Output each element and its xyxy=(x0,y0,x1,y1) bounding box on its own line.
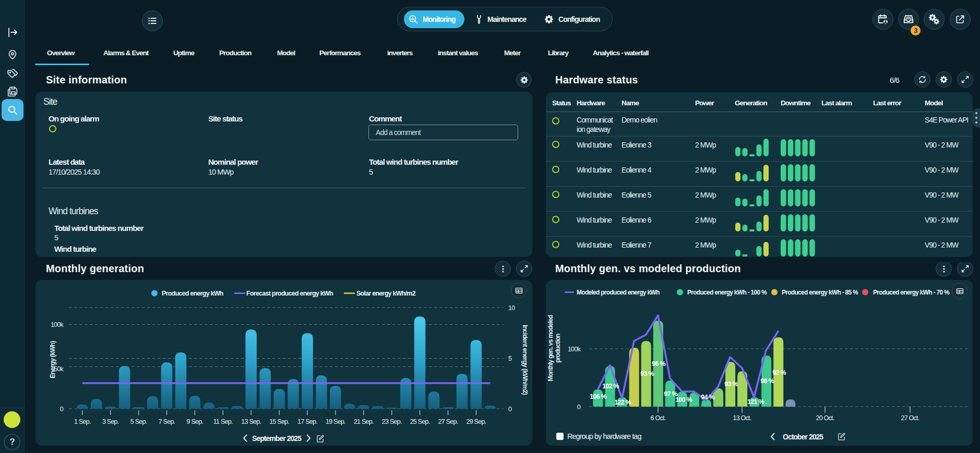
svg-text:0: 0 xyxy=(577,403,581,411)
svg-text:Produced energy kWh - 70 %: Produced energy kWh - 70 % xyxy=(873,289,950,296)
svg-text:5: 5 xyxy=(508,355,512,362)
svg-text:Monthly gen. vs modeledproduct: Monthly gen. vs modeledproduction xyxy=(547,315,561,381)
svg-text:21 Sep.: 21 Sep. xyxy=(354,418,374,425)
svg-text:Produced energy kWh: Produced energy kWh xyxy=(162,290,223,297)
svg-text:6 Oct.: 6 Oct. xyxy=(651,414,666,422)
svg-text:13 Oct.: 13 Oct. xyxy=(733,414,751,422)
svg-text:121 %: 121 % xyxy=(747,398,764,406)
svg-text:10: 10 xyxy=(508,304,515,312)
svg-text:23 Sep.: 23 Sep. xyxy=(382,418,402,425)
svg-text:102 %: 102 % xyxy=(602,383,619,390)
svg-text:9 Sep.: 9 Sep. xyxy=(187,418,204,425)
svg-text:13 Sep.: 13 Sep. xyxy=(241,418,261,425)
svg-text:Incident energy (kWh/m2): Incident energy (kWh/m2) xyxy=(521,325,529,395)
svg-text:25 Sep.: 25 Sep. xyxy=(410,418,430,425)
svg-text:3 Sep.: 3 Sep. xyxy=(102,418,119,425)
svg-text:17 Sep.: 17 Sep. xyxy=(297,418,317,425)
svg-text:0: 0 xyxy=(60,406,64,413)
svg-text:Energy (kWh): Energy (kWh) xyxy=(49,341,56,378)
svg-text:27 Sep.: 27 Sep. xyxy=(438,418,458,425)
svg-text:100 %: 100 % xyxy=(675,396,692,403)
svg-text:11 Sep.: 11 Sep. xyxy=(213,418,233,425)
svg-text:0: 0 xyxy=(508,406,512,413)
svg-text:1 Sep.: 1 Sep. xyxy=(74,418,91,425)
svg-text:19 Sep.: 19 Sep. xyxy=(326,418,345,425)
svg-text:29 Sep.: 29 Sep. xyxy=(466,418,486,425)
svg-text:Modeled produced energy kWh: Modeled produced energy kWh xyxy=(577,289,660,296)
svg-text:93 %: 93 % xyxy=(724,381,738,388)
svg-text:20 Oct.: 20 Oct. xyxy=(816,414,834,422)
svg-text:100k: 100k xyxy=(568,346,581,353)
svg-text:100k: 100k xyxy=(51,321,64,328)
svg-text:96 %: 96 % xyxy=(652,360,665,368)
svg-text:Produced energy kWh - 100 %: Produced energy kWh - 100 % xyxy=(687,289,767,296)
svg-text:106 %: 106 % xyxy=(590,393,606,400)
svg-text:93 %: 93 % xyxy=(640,370,654,377)
svg-text:Produced energy kWh - 85 %: Produced energy kWh - 85 % xyxy=(782,289,858,296)
svg-text:7 Sep.: 7 Sep. xyxy=(159,418,175,425)
svg-text:Forecast produced energy kWh: Forecast produced energy kWh xyxy=(246,290,333,297)
svg-text:122 %: 122 % xyxy=(614,399,631,406)
svg-text:94 %: 94 % xyxy=(701,394,714,401)
svg-text:27 Oct.: 27 Oct. xyxy=(901,414,919,422)
svg-text:15 Sep.: 15 Sep. xyxy=(269,418,289,425)
svg-text:5 Sep.: 5 Sep. xyxy=(130,418,147,425)
svg-text:98 %: 98 % xyxy=(760,377,774,385)
svg-text:92 %: 92 % xyxy=(772,369,786,376)
svg-text:Solar energy kWh/m2: Solar energy kWh/m2 xyxy=(356,290,416,297)
